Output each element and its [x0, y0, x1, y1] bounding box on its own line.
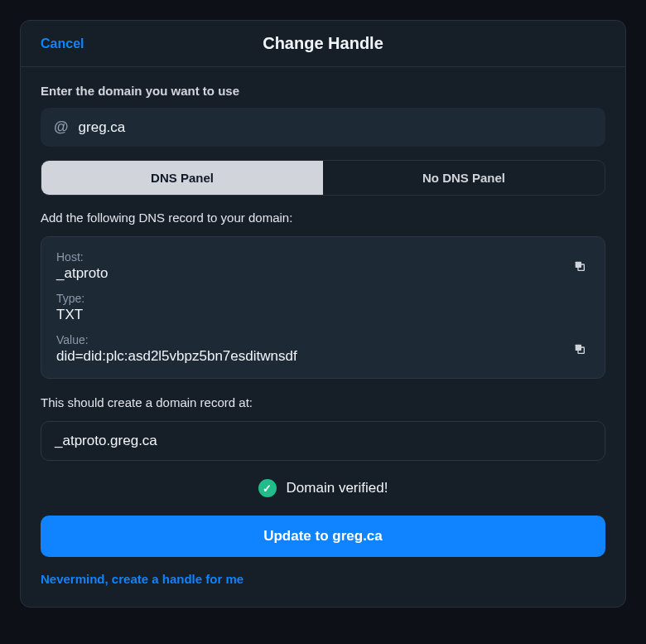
- domain-input[interactable]: [79, 119, 592, 136]
- verified-text: Domain verified!: [287, 480, 388, 496]
- check-circle-icon: ✓: [258, 479, 277, 497]
- nevermind-link[interactable]: Nevermind, create a handle for me: [41, 572, 243, 586]
- copy-icon: [573, 342, 586, 356]
- dns-type-row: Type: TXT: [56, 292, 590, 323]
- svg-rect-3: [576, 345, 581, 351]
- check-mark-icon: ✓: [263, 482, 272, 495]
- copy-value-button[interactable]: [570, 339, 590, 359]
- tab-no-dns-panel[interactable]: No DNS Panel: [323, 161, 605, 195]
- modal-header: Cancel Change Handle: [21, 21, 625, 67]
- dns-host-label: Host:: [56, 250, 590, 264]
- update-button[interactable]: Update to greg.ca: [41, 516, 605, 557]
- dns-host-value: _atproto: [56, 265, 590, 282]
- cancel-button[interactable]: Cancel: [41, 36, 84, 51]
- change-handle-modal: Cancel Change Handle Enter the domain yo…: [20, 20, 626, 608]
- copy-host-button[interactable]: [570, 256, 590, 276]
- record-result-value: _atproto.greg.ca: [41, 421, 605, 461]
- at-icon: @: [54, 119, 69, 136]
- panel-tabs: DNS Panel No DNS Panel: [41, 160, 605, 196]
- tab-dns-panel[interactable]: DNS Panel: [41, 161, 323, 195]
- modal-title: Change Handle: [263, 34, 383, 53]
- modal-content: Enter the domain you want to use @ DNS P…: [21, 67, 625, 607]
- dns-value-value: did=did:plc:asd2l5vbpz5bn7esditwnsdf: [56, 348, 590, 365]
- domain-input-wrapper[interactable]: @: [41, 108, 605, 147]
- dns-value-label: Value:: [56, 333, 590, 346]
- dns-type-value: TXT: [56, 307, 590, 323]
- record-result-label: This should create a domain record at:: [41, 395, 605, 409]
- dns-value-row: Value: did=did:plc:asd2l5vbpz5bn7esditwn…: [56, 333, 590, 365]
- dns-type-label: Type:: [56, 292, 590, 305]
- verified-status: ✓ Domain verified!: [41, 479, 605, 497]
- dns-host-row: Host: _atproto: [56, 250, 590, 282]
- dns-instruction: Add the following DNS record to your dom…: [41, 211, 605, 225]
- dns-record-box: Host: _atproto Type: TXT Value: did=did:…: [41, 236, 605, 379]
- domain-label: Enter the domain you want to use: [41, 84, 605, 98]
- copy-icon: [573, 259, 586, 273]
- svg-rect-1: [576, 262, 581, 268]
